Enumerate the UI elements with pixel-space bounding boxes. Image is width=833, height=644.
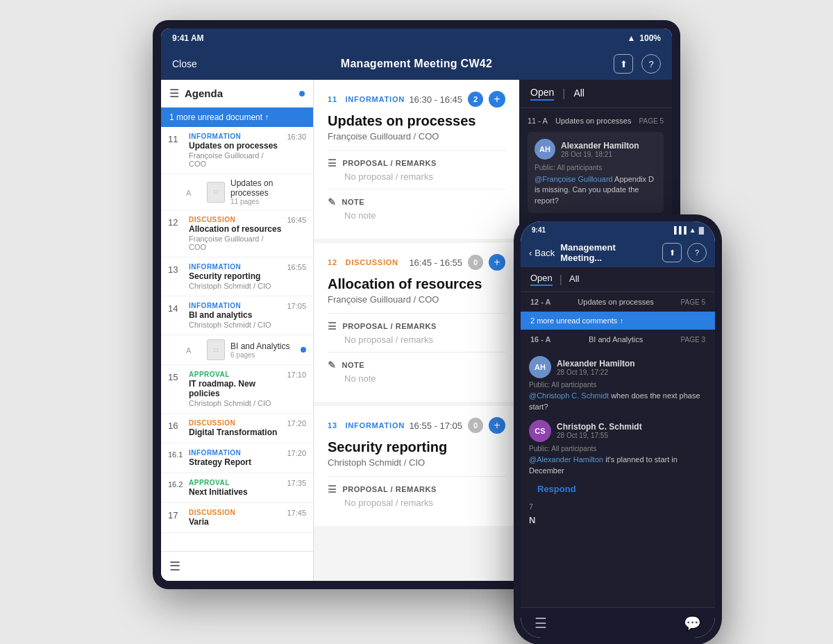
help-icon[interactable]: ? [641,54,661,74]
sidebar-item-16[interactable]: 16 DISCUSSION Digital Transformation 17:… [161,414,313,443]
comment-avatar-1: AH [535,139,555,160]
doc-unread-dot [301,347,306,353]
agenda-card-13-proposal: ☰ PROPOSAL / REMARKS No proposal / remar… [328,476,505,515]
phone-menu-icon[interactable]: ☰ [535,615,547,632]
phone-comment-2: CS Christoph C. Schmidt 28 Oct 19, 17:55… [529,420,707,477]
sidebar-item-12[interactable]: 12 DISCUSSION Allocation of resources Fr… [161,210,313,257]
comment-header-1: AH Alexander Hamilton 28 Oct 19, 18:21 [535,139,657,160]
sidebar-title: Agenda [185,87,223,99]
phone-comment-1-text: @Christoph C. Schmidt when does the next… [529,391,707,413]
tab-all[interactable]: All [573,87,584,100]
back-button[interactable]: ‹ Back [529,248,555,258]
sidebar-item-16-2[interactable]: 16.2 APPROVAL Next Initiatives 17:35 [161,473,313,503]
tablet-time: 9:41 AM [172,33,204,43]
phone-status-bar: 9:41 ▐▐▐ ▲ ▓ [521,221,715,238]
sidebar-item-17[interactable]: 17 DISCUSSION Varia 17:45 [161,503,313,533]
phone-wifi-icon: ▲ [689,226,696,234]
phone-avatar-1: AH [529,356,551,378]
add-button-11[interactable]: + [489,91,505,108]
right-ref-row: 11 - A Updates on processes PAGE 5 [528,117,664,125]
phone-comment-2-date: 28 Oct 19, 17:55 [557,432,642,439]
sidebar-header: ☰ Agenda [161,80,313,108]
sidebar-item-16-1[interactable]: 16.1 INFORMATION Strategy Report 17:20 [161,443,313,473]
agenda-card-13: 13 INFORMATION 16:55 - 17:05 0 + Securit… [314,406,519,530]
phone-tabs: Open | All [521,267,715,292]
tablet-title: Management Meeting CW42 [341,58,493,70]
sidebar-doc-11a[interactable]: A □ Updates on processes 11 pages [161,174,313,210]
phone-chat-icon[interactable]: 💬 [684,615,701,632]
phone-comment-2-audience: Public: All participants [529,445,707,452]
phone-footer: ☰ 💬 [521,607,715,638]
phone-time: 9:41 [532,226,546,234]
phone-comment-1-name: Alexander Hamilton [557,359,635,368]
agenda-card-12-person: Françoise Guillouard / COO [328,294,505,305]
phone-comment-1: AH Alexander Hamilton 28 Oct 19, 17:22 P… [529,356,707,413]
phone-comment-2-header: CS Christoph C. Schmidt 28 Oct 19, 17:55 [529,420,707,442]
agenda-card-12-header: 12 DISCUSSION 16:45 - 16:55 0 + [328,254,505,271]
phone-signal-icon: ▐▐▐ [672,226,687,234]
agenda-content: 11 INFORMATION 16:30 - 16:45 2 + Updates… [314,80,519,581]
sidebar-menu-icon[interactable]: ☰ [169,559,180,574]
agenda-card-12-note: ✎ NOTE No note [328,352,505,391]
comment-author-1: Alexander Hamilton [561,141,639,151]
agenda-card-12: 12 DISCUSSION 16:45 - 16:55 0 + Allocati… [314,243,519,406]
phone-help-icon[interactable]: ? [687,243,707,262]
tab-open[interactable]: Open [530,87,554,101]
sidebar-item-13[interactable]: 13 INFORMATION Security reporting Christ… [161,257,313,296]
partial-item-label: N [529,514,707,527]
sidebar: ☰ Agenda 1 more unread document ↑ 11 INF… [161,80,314,581]
sidebar-doc-14a[interactable]: A □ BI and Analytics 6 pages [161,335,313,365]
add-button-12[interactable]: + [489,254,505,271]
phone-ref-row-1: 12 - A Updates on processes PAGE 5 [521,292,715,312]
phone-battery-icon: ▓ [699,226,704,234]
phone-tab-all[interactable]: All [569,273,579,285]
phone-header: ‹ Back Management Meeting... ⬆ ? [521,238,715,267]
agenda-card-11-note: ✎ NOTE No note [328,189,505,228]
phone: 9:41 ▐▐▐ ▲ ▓ ‹ Back Management Meeting..… [514,214,722,644]
partial-item: 7 [529,500,707,514]
phone-comment-1-audience: Public: All participants [529,381,707,389]
sidebar-item-15[interactable]: 15 APPROVAL IT roadmap. New policies Chr… [161,365,313,414]
close-button[interactable]: Close [172,58,197,69]
hamburger-icon[interactable]: ☰ [169,87,179,100]
phone-share-icon[interactable]: ⬆ [662,243,682,262]
comment-card-1: AH Alexander Hamilton 28 Oct 19, 18:21 P… [528,132,664,213]
list-icon-3: ☰ [328,484,337,495]
right-panel-tabs: Open | All [519,80,672,108]
agenda-card-11-person: Françoise Guillouard / COO [328,131,505,142]
note-icon-2: ✎ [328,359,337,371]
phone-comments: AH Alexander Hamilton 28 Oct 19, 17:22 P… [521,349,715,607]
agenda-card-13-header: 13 INFORMATION 16:55 - 17:05 0 + [328,417,505,434]
doc-thumb-2: □ [207,339,225,360]
share-icon[interactable]: ⬆ [614,54,633,74]
sidebar-unread-dot [299,91,305,96]
sidebar-item-14[interactable]: 14 INFORMATION BI and analytics Christop… [161,296,313,335]
phone-avatar-2: CS [529,420,551,442]
phone-comment-1-date: 28 Oct 19, 17:22 [557,368,635,376]
phone-unread-banner[interactable]: 2 more unread comments ↑ [521,312,715,330]
agenda-card-13-person: Christoph Schmidt / CIO [328,457,505,468]
list-icon-2: ☰ [328,321,337,332]
phone-respond-row: Respond [529,484,707,500]
phone-comment-2-name: Christoph C. Schmidt [557,422,642,432]
phone-ref-row-2: 16 - A BI and Analytics PAGE 3 [521,330,715,349]
phone-comment-1-header: AH Alexander Hamilton 28 Oct 19, 17:22 [529,356,707,378]
sidebar-unread-banner[interactable]: 1 more unread document ↑ [161,108,313,127]
phone-title: Management Meeting... [560,242,657,263]
sidebar-item-11[interactable]: 11 INFORMATION Updates on processes Fran… [161,127,313,174]
comment-audience-1: Public: All participants [535,164,657,171]
list-icon: ☰ [328,158,337,169]
phone-tab-open[interactable]: Open [530,273,553,286]
note-icon: ✎ [328,196,337,207]
battery-icon: 100% [639,33,661,43]
agenda-card-12-title: Allocation of resources [328,276,505,292]
add-button-13[interactable]: + [489,417,505,434]
agenda-card-11: 11 INFORMATION 16:30 - 16:45 2 + Updates… [314,80,519,243]
wifi-icon: ▲ [627,33,635,43]
agenda-card-11-proposal: ☰ PROPOSAL / REMARKS No proposal / remar… [328,150,505,189]
agenda-card-13-title: Security reporting [328,439,505,455]
respond-button[interactable]: Respond [537,484,579,494]
phone-main: Open | All 12 - A Updates on processes P… [521,267,715,607]
phone-screen: 9:41 ▐▐▐ ▲ ▓ ‹ Back Management Meeting..… [521,221,715,638]
comment-date-1: 28 Oct 19, 18:21 [561,151,639,158]
